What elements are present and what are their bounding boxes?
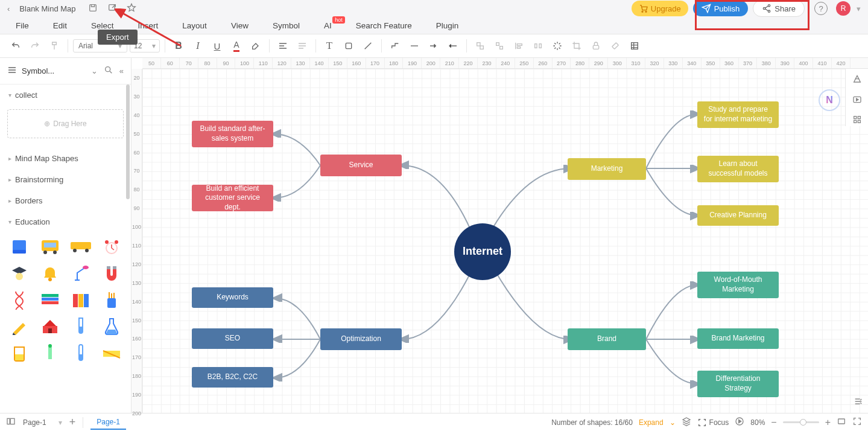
node-internet[interactable]: Internet — [454, 223, 511, 280]
outline-toggle-icon[interactable] — [854, 397, 863, 408]
shape-bus-front-icon[interactable] — [36, 235, 64, 259]
shape-magnet-icon[interactable] — [98, 261, 126, 286]
right-panel-style-icon[interactable] — [852, 75, 862, 86]
node-opt-child-2[interactable]: SEO — [192, 328, 273, 349]
node-service-child-2[interactable]: Build an efficient customer service dept… — [192, 185, 273, 211]
menu-insert[interactable]: Insert — [138, 21, 159, 30]
underline-button[interactable]: U — [209, 37, 226, 54]
publish-button[interactable]: Publish — [693, 1, 749, 16]
line-tool-button[interactable] — [360, 37, 376, 54]
align-left-button[interactable] — [274, 37, 291, 54]
connector-style-button[interactable] — [387, 37, 404, 54]
save-icon[interactable] — [88, 3, 98, 14]
export-icon[interactable] — [107, 3, 117, 14]
share-button[interactable]: Share — [753, 0, 805, 17]
menu-edit[interactable]: Edit — [53, 21, 67, 30]
right-panel-grid-icon[interactable] — [852, 115, 862, 126]
menu-select[interactable]: Select — [91, 21, 114, 30]
avatar[interactable]: R — [836, 1, 851, 16]
shape-beaker-icon[interactable] — [5, 341, 33, 365]
highlight-button[interactable] — [247, 37, 264, 54]
shape-dna-icon[interactable] — [5, 288, 33, 312]
shape-graduate-icon[interactable] — [5, 261, 33, 286]
ai-orb-icon[interactable]: N — [819, 89, 840, 111]
fit-screen-icon[interactable] — [837, 417, 846, 428]
shape-tube2-icon[interactable] — [67, 341, 95, 365]
avatar-menu-chevron[interactable]: ▾ — [857, 4, 861, 13]
node-brand-child-2[interactable]: Brand Marketing — [697, 328, 779, 349]
shape-folders-icon[interactable] — [67, 288, 95, 312]
align-vertical-button[interactable] — [294, 37, 311, 54]
node-brand-child-1[interactable]: Word-of-Mouth Marketing — [697, 272, 779, 298]
zoom-in-button[interactable]: + — [825, 417, 831, 428]
zoom-slider[interactable] — [783, 421, 819, 423]
menu-view[interactable]: View — [231, 21, 249, 30]
focus-button[interactable]: Focus — [697, 418, 729, 427]
crop-button[interactable] — [568, 37, 585, 54]
layers-icon[interactable] — [682, 417, 691, 428]
category-collect[interactable]: ▾collect — [0, 85, 131, 106]
redo-button[interactable] — [27, 37, 43, 54]
align-tools-button[interactable] — [510, 37, 527, 54]
add-page-button[interactable]: + — [69, 416, 76, 429]
format-painter-button[interactable] — [46, 37, 63, 54]
expand-link[interactable]: Expand — [639, 418, 664, 427]
shape-book-icon[interactable] — [5, 235, 33, 259]
arrow-start-button[interactable] — [425, 37, 442, 54]
page-tab[interactable]: Page-1 — [90, 415, 126, 430]
shape-pencil-icon[interactable] — [5, 314, 33, 339]
pages-panel-icon[interactable] — [6, 417, 16, 428]
ungroup-button[interactable] — [491, 37, 508, 54]
sidebar-scrollbar[interactable] — [126, 85, 130, 413]
italic-button[interactable]: I — [189, 37, 206, 54]
shape-books-icon[interactable] — [36, 288, 64, 312]
menu-plugin[interactable]: Plugin — [436, 21, 459, 30]
line-style-button[interactable] — [406, 37, 423, 54]
menu-symbol[interactable]: Symbol — [273, 21, 300, 30]
shape-bus-side-icon[interactable] — [67, 235, 95, 259]
undo-button[interactable] — [7, 37, 24, 54]
shape-flask-icon[interactable] — [98, 314, 126, 339]
lock-button[interactable] — [588, 37, 604, 54]
distribute-button[interactable] — [530, 37, 546, 54]
sidebar-expand-icon[interactable]: ⌄ — [91, 66, 98, 75]
menu-layout[interactable]: Layout — [182, 21, 207, 30]
shape-pencilcup-icon[interactable] — [98, 288, 126, 312]
node-brand-child-3[interactable]: Differentiation Strategy — [697, 371, 779, 397]
node-service[interactable]: Service — [320, 155, 402, 176]
node-marketing[interactable]: Marketing — [568, 158, 646, 180]
expand-chevron-icon[interactable]: ⌄ — [670, 418, 676, 427]
drag-drop-zone[interactable]: ⊕ Drag Here — [7, 109, 124, 138]
category-mindmap-shapes[interactable]: ▸Mind Map Shapes — [0, 148, 131, 169]
settings-tools-button[interactable] — [607, 37, 624, 54]
help-button[interactable]: ? — [814, 2, 828, 15]
presentation-icon[interactable] — [735, 417, 744, 428]
shape-ruler-icon[interactable] — [98, 341, 126, 365]
font-color-button[interactable]: A — [228, 37, 245, 54]
node-opt-child-3[interactable]: B2B, B2C, C2C — [192, 367, 273, 388]
node-marketing-child-1[interactable]: Study and prepare for internet marketing — [697, 101, 779, 128]
menu-ai[interactable]: AI hot — [324, 21, 332, 30]
arrow-end-button[interactable] — [445, 37, 461, 54]
node-brand[interactable]: Brand — [568, 328, 646, 350]
zoom-level[interactable]: 80% — [750, 418, 765, 427]
node-opt-child-1[interactable]: Keywords — [192, 287, 273, 308]
menu-file[interactable]: File — [16, 21, 29, 30]
upgrade-button[interactable]: Upgrade — [632, 1, 688, 16]
sidebar-collapse-icon[interactable]: « — [119, 66, 124, 75]
node-marketing-child-2[interactable]: Learn about successful models — [697, 156, 779, 182]
fill-color-button[interactable] — [340, 37, 357, 54]
right-panel-play-icon[interactable] — [852, 95, 862, 106]
sidebar-search-icon[interactable] — [104, 65, 113, 77]
menu-search-feature[interactable]: Search Feature — [356, 21, 412, 30]
node-optimization[interactable]: Optimization — [320, 328, 402, 350]
shape-lamp-icon[interactable] — [67, 261, 95, 286]
category-education[interactable]: ▾Education — [0, 211, 131, 232]
text-tool-button[interactable]: T — [321, 37, 338, 54]
node-service-child-1[interactable]: Build standard after-sales system — [192, 121, 273, 147]
zoom-out-button[interactable]: − — [771, 417, 776, 428]
fullscreen-icon[interactable] — [852, 417, 862, 428]
star-icon[interactable] — [127, 3, 136, 14]
page-select[interactable]: Page-1▾ — [23, 418, 62, 427]
shape-dropper-icon[interactable] — [36, 341, 64, 365]
